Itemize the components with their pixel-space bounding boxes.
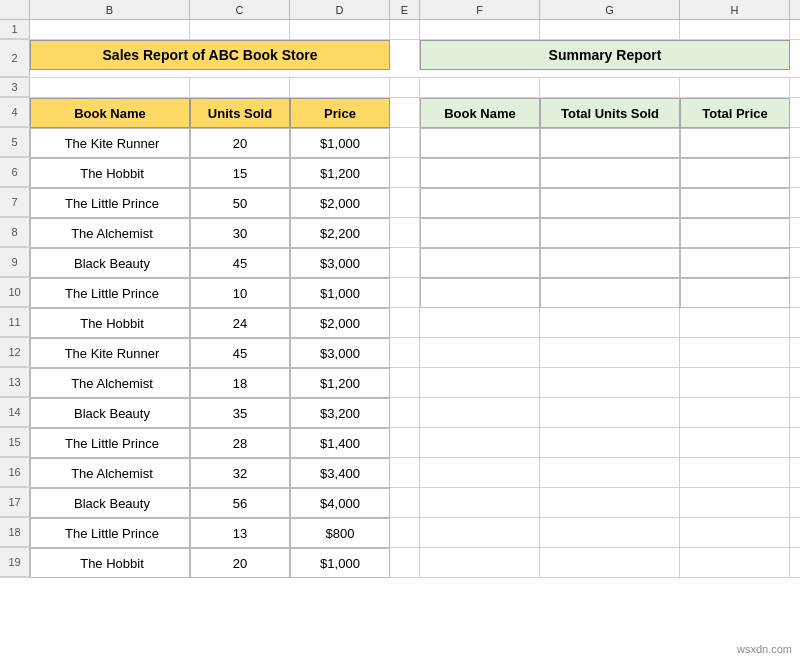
cell-c10[interactable]: 10 (190, 278, 290, 308)
cell-e2[interactable] (390, 40, 420, 70)
cell-h10[interactable] (680, 278, 790, 308)
col-header-e[interactable]: E (390, 0, 420, 19)
cell-f8[interactable] (420, 218, 540, 248)
cell-h13[interactable] (680, 368, 790, 398)
col-header-c[interactable]: C (190, 0, 290, 19)
cell-b7[interactable]: The Little Prince (30, 188, 190, 218)
cell-h11[interactable] (680, 308, 790, 338)
cell-g8[interactable] (540, 218, 680, 248)
cell-h5[interactable] (680, 128, 790, 158)
cell-b15[interactable]: The Little Prince (30, 428, 190, 458)
cell-b13[interactable]: The Alchemist (30, 368, 190, 398)
cell-f14[interactable] (420, 398, 540, 428)
cell-g13[interactable] (540, 368, 680, 398)
cell-h7[interactable] (680, 188, 790, 218)
cell-b14[interactable]: Black Beauty (30, 398, 190, 428)
cell-c18[interactable]: 13 (190, 518, 290, 548)
cell-h12[interactable] (680, 338, 790, 368)
cell-c19[interactable]: 20 (190, 548, 290, 578)
cell-e8[interactable] (390, 218, 420, 248)
cell-d15[interactable]: $1,400 (290, 428, 390, 458)
cell-e16[interactable] (390, 458, 420, 488)
cell-h14[interactable] (680, 398, 790, 428)
cell-g12[interactable] (540, 338, 680, 368)
cell-c13[interactable]: 18 (190, 368, 290, 398)
col-header-f[interactable]: F (420, 0, 540, 19)
cell-e11[interactable] (390, 308, 420, 338)
cell-f15[interactable] (420, 428, 540, 458)
cell-f19[interactable] (420, 548, 540, 578)
cell-d13[interactable]: $1,200 (290, 368, 390, 398)
cell-b10[interactable]: The Little Prince (30, 278, 190, 308)
cell-f5[interactable] (420, 128, 540, 158)
cell-g15[interactable] (540, 428, 680, 458)
cell-f6[interactable] (420, 158, 540, 188)
cell-d17[interactable]: $4,000 (290, 488, 390, 518)
cell-d5[interactable]: $1,000 (290, 128, 390, 158)
cell-c14[interactable]: 35 (190, 398, 290, 428)
cell-h16[interactable] (680, 458, 790, 488)
cell-g18[interactable] (540, 518, 680, 548)
cell-e10[interactable] (390, 278, 420, 308)
cell-b9[interactable]: Black Beauty (30, 248, 190, 278)
cell-e12[interactable] (390, 338, 420, 368)
cell-g16[interactable] (540, 458, 680, 488)
cell-d8[interactable]: $2,200 (290, 218, 390, 248)
cell-c15[interactable]: 28 (190, 428, 290, 458)
cell-b8[interactable]: The Alchemist (30, 218, 190, 248)
cell-h6[interactable] (680, 158, 790, 188)
cell-f11[interactable] (420, 308, 540, 338)
cell-c9[interactable]: 45 (190, 248, 290, 278)
cell-c8[interactable]: 30 (190, 218, 290, 248)
cell-g19[interactable] (540, 548, 680, 578)
cell-d6[interactable]: $1,200 (290, 158, 390, 188)
cell-c17[interactable]: 56 (190, 488, 290, 518)
cell-e4[interactable] (390, 98, 420, 128)
cell-e19[interactable] (390, 548, 420, 578)
col-header-g[interactable]: G (540, 0, 680, 19)
cell-b18[interactable]: The Little Prince (30, 518, 190, 548)
cell-e7[interactable] (390, 188, 420, 218)
cell-e5[interactable] (390, 128, 420, 158)
cell-d14[interactable]: $3,200 (290, 398, 390, 428)
cell-g10[interactable] (540, 278, 680, 308)
cell-b17[interactable]: Black Beauty (30, 488, 190, 518)
cell-d18[interactable]: $800 (290, 518, 390, 548)
cell-b16[interactable]: The Alchemist (30, 458, 190, 488)
cell-d9[interactable]: $3,000 (290, 248, 390, 278)
cell-f16[interactable] (420, 458, 540, 488)
cell-c11[interactable]: 24 (190, 308, 290, 338)
cell-c5[interactable]: 20 (190, 128, 290, 158)
cell-g7[interactable] (540, 188, 680, 218)
cell-h18[interactable] (680, 518, 790, 548)
cell-e13[interactable] (390, 368, 420, 398)
cell-g17[interactable] (540, 488, 680, 518)
cell-c6[interactable]: 15 (190, 158, 290, 188)
cell-e17[interactable] (390, 488, 420, 518)
cell-c12[interactable]: 45 (190, 338, 290, 368)
col-header-h[interactable]: H (680, 0, 790, 19)
cell-d7[interactable]: $2,000 (290, 188, 390, 218)
cell-g5[interactable] (540, 128, 680, 158)
cell-h15[interactable] (680, 428, 790, 458)
cell-e9[interactable] (390, 248, 420, 278)
col-header-b[interactable]: B (30, 0, 190, 19)
cell-g14[interactable] (540, 398, 680, 428)
cell-f18[interactable] (420, 518, 540, 548)
cell-d11[interactable]: $2,000 (290, 308, 390, 338)
cell-h9[interactable] (680, 248, 790, 278)
cell-e15[interactable] (390, 428, 420, 458)
cell-d19[interactable]: $1,000 (290, 548, 390, 578)
cell-b11[interactable]: The Hobbit (30, 308, 190, 338)
col-header-d[interactable]: D (290, 0, 390, 19)
cell-h19[interactable] (680, 548, 790, 578)
cell-f17[interactable] (420, 488, 540, 518)
cell-f10[interactable] (420, 278, 540, 308)
cell-e14[interactable] (390, 398, 420, 428)
cell-e18[interactable] (390, 518, 420, 548)
cell-d10[interactable]: $1,000 (290, 278, 390, 308)
cell-f7[interactable] (420, 188, 540, 218)
cell-g9[interactable] (540, 248, 680, 278)
cell-d12[interactable]: $3,000 (290, 338, 390, 368)
cell-h17[interactable] (680, 488, 790, 518)
